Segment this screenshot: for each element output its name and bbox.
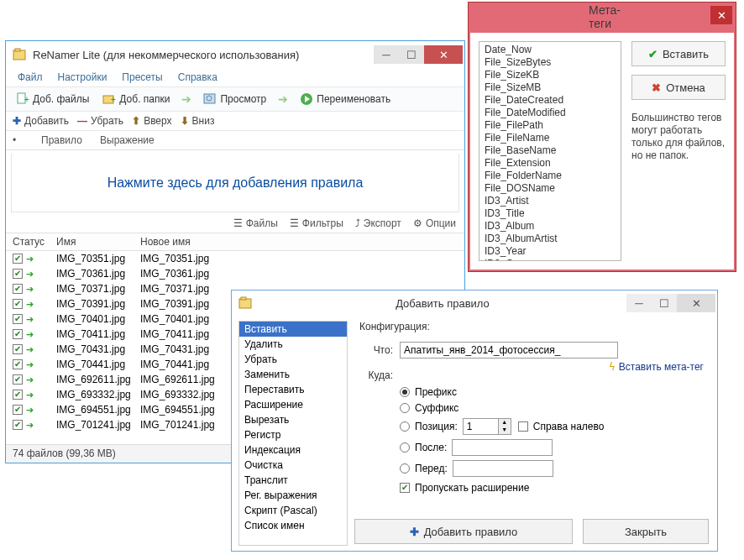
minimize-button[interactable]: ─ — [374, 45, 399, 64]
rule-min-button[interactable]: ─ — [626, 294, 652, 312]
meta-tag-item[interactable]: File_BaseName — [479, 144, 621, 157]
rule-type-item[interactable]: Заменить — [239, 367, 347, 382]
rule-placeholder[interactable]: Нажмите здесь для добавления правила — [11, 154, 459, 212]
add-folders-button[interactable]: + Доб. папки — [97, 91, 175, 107]
rule-type-item[interactable]: Скрипт (Pascal) — [239, 503, 347, 518]
rule-type-item[interactable]: Удалить — [239, 337, 347, 352]
rename-button[interactable]: Переименовать — [295, 91, 396, 107]
position-input[interactable] — [463, 418, 498, 435]
meta-insert-button[interactable]: ✔ Вставить — [631, 41, 726, 66]
rule-type-item[interactable]: Убрать — [239, 352, 347, 367]
after-input[interactable] — [452, 439, 553, 456]
meta-tag-item[interactable]: ID3_Album — [479, 220, 621, 233]
row-checkbox[interactable]: ✔ — [13, 374, 23, 385]
meta-tag-item[interactable]: File_SizeBytes — [479, 56, 621, 69]
row-checkbox[interactable]: ✔ — [13, 344, 23, 354]
rule-up-button[interactable]: ⬆Вверх — [132, 115, 171, 127]
meta-titlebar[interactable]: Мета-теги ✕ — [469, 3, 736, 31]
before-input[interactable] — [453, 460, 553, 477]
meta-tag-item[interactable]: ID3_Genre — [479, 258, 621, 261]
maximize-button[interactable]: ☐ — [399, 45, 424, 64]
rule-type-item[interactable]: Транслит — [239, 473, 347, 488]
rule-type-item[interactable]: Вставить — [239, 322, 347, 337]
preview-button[interactable]: Просмотр — [198, 91, 271, 107]
files-button[interactable]: ☰Файлы — [233, 217, 278, 229]
radio-after[interactable]: После: — [400, 439, 707, 456]
row-checkbox[interactable]: ✔ — [13, 390, 23, 400]
skip-ext-checkbox[interactable]: ✔ Пропускать расширение — [400, 482, 707, 494]
row-checkbox[interactable]: ✔ — [13, 329, 23, 339]
row-checkbox[interactable]: ✔ — [13, 284, 23, 294]
rule-type-item[interactable]: Регистр — [239, 427, 347, 442]
close-button[interactable]: ✕ — [424, 45, 463, 64]
add-files-button[interactable]: + Доб. файлы — [11, 91, 94, 107]
gear-icon: ⚙ — [413, 217, 422, 229]
rule-add-button[interactable]: ✚Добавить — [13, 115, 69, 127]
menu-help[interactable]: Справка — [171, 70, 224, 85]
meta-tag-item[interactable]: File_FolderName — [479, 170, 621, 182]
menu-file[interactable]: Файл — [11, 70, 50, 85]
menu-presets[interactable]: Пресеты — [115, 70, 169, 85]
meta-tag-item[interactable]: File_SizeKB — [479, 69, 621, 81]
main-titlebar[interactable]: ReNamer Lite (для некоммерческого исполь… — [6, 41, 464, 68]
rule-remove-button[interactable]: —Убрать — [77, 115, 123, 127]
row-checkbox[interactable]: ✔ — [13, 314, 23, 324]
meta-tag-item[interactable]: File_DateModified — [479, 107, 621, 119]
rule-type-item[interactable]: Рег. выражения — [239, 488, 347, 503]
radio-position[interactable]: Позиция: ▲▼ Справа налево — [400, 418, 707, 435]
row-checkbox[interactable]: ✔ — [13, 420, 23, 430]
row-checkbox[interactable]: ✔ — [13, 254, 23, 264]
table-row[interactable]: ✔➔IMG_70361.jpgIMG_70361.jpg — [6, 266, 464, 281]
rule-col-rule[interactable]: Правило — [41, 134, 100, 146]
meta-tag-item[interactable]: File_FileName — [479, 132, 621, 144]
meta-tag-item[interactable]: File_SizeMB — [479, 81, 621, 94]
rule-titlebar[interactable]: Добавить правило ─ ☐ ✕ — [232, 290, 717, 316]
col-newname[interactable]: Новое имя — [140, 236, 458, 248]
col-status[interactable]: Статус — [13, 236, 56, 248]
app-icon — [238, 296, 254, 311]
col-name[interactable]: Имя — [56, 236, 140, 248]
meta-cancel-button[interactable]: ✖ Отмена — [631, 75, 726, 100]
insert-meta-link[interactable]: ϟ Вставить мета-тег — [609, 361, 704, 373]
meta-tag-item[interactable]: ID3_AlbumArtist — [479, 233, 621, 245]
meta-tag-item[interactable]: File_DOSName — [479, 182, 621, 195]
radio-prefix[interactable]: Префикс — [400, 386, 707, 398]
rule-type-item[interactable]: Расширение — [239, 397, 347, 412]
row-checkbox[interactable]: ✔ — [13, 405, 23, 415]
rule-down-button[interactable]: ⬇Вниз — [181, 115, 215, 127]
what-input[interactable] — [400, 342, 618, 359]
rtl-checkbox[interactable] — [518, 421, 528, 432]
meta-tag-item[interactable]: ID3_Artist — [479, 195, 621, 207]
menu-settings[interactable]: Настройки — [51, 70, 114, 85]
spinner[interactable]: ▲▼ — [498, 418, 511, 435]
meta-close-button[interactable]: ✕ — [710, 6, 732, 24]
rule-col-expr[interactable]: Выражение — [100, 134, 458, 146]
meta-tag-item[interactable]: File_DateCreated — [479, 94, 621, 107]
table-row[interactable]: ✔➔IMG_70351.jpgIMG_70351.jpg — [6, 251, 464, 266]
rule-type-item[interactable]: Вырезать — [239, 412, 347, 427]
rule-type-list[interactable]: ВставитьУдалитьУбратьЗаменитьПереставить… — [238, 321, 348, 546]
rule-max-button[interactable]: ☐ — [652, 294, 677, 312]
radio-before[interactable]: Перед: — [400, 460, 707, 477]
meta-taglist[interactable]: Date_NowFile_SizeBytesFile_SizeKBFile_Si… — [479, 41, 621, 261]
meta-tag-item[interactable]: File_Extension — [479, 157, 621, 170]
options-button[interactable]: ⚙Опции — [413, 217, 456, 229]
rule-type-item[interactable]: Список имен — [239, 518, 347, 533]
radio-suffix[interactable]: Суффикс — [400, 402, 707, 414]
rule-close-x-button[interactable]: ✕ — [677, 294, 715, 312]
meta-tag-item[interactable]: ID3_Year — [479, 245, 621, 258]
row-checkbox[interactable]: ✔ — [13, 269, 23, 279]
toolbar: + Доб. файлы + Доб. папки ➔ Просмотр ➔ П… — [6, 86, 464, 112]
row-checkbox[interactable]: ✔ — [13, 299, 23, 309]
rule-type-item[interactable]: Переставить — [239, 382, 347, 397]
export-button[interactable]: ⤴Экспорт — [355, 217, 401, 229]
meta-tag-item[interactable]: Date_Now — [479, 44, 621, 56]
meta-tag-item[interactable]: File_FilePath — [479, 119, 621, 132]
rule-type-item[interactable]: Очистка — [239, 458, 347, 473]
meta-tag-item[interactable]: ID3_Title — [479, 207, 621, 220]
add-rule-button[interactable]: ✚ Добавить правило — [354, 519, 573, 544]
filters-button[interactable]: ☰Фильтры — [290, 217, 343, 229]
row-checkbox[interactable]: ✔ — [13, 359, 23, 369]
close-rule-button[interactable]: Закрыть — [583, 519, 709, 544]
rule-type-item[interactable]: Индексация — [239, 442, 347, 458]
